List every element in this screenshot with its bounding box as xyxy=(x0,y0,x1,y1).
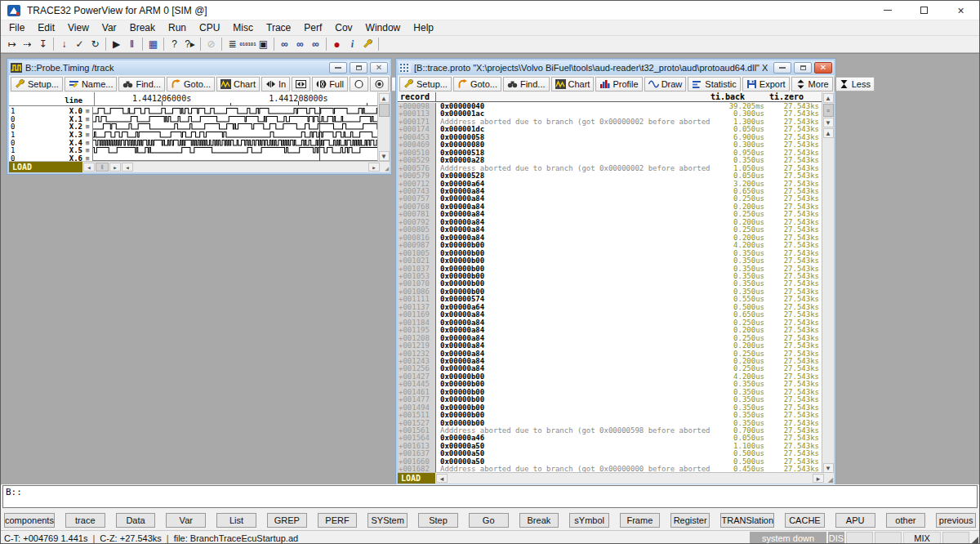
trace-scroll-left-icon[interactable]: ◂ xyxy=(436,474,448,483)
signal-name[interactable]: X.3 xyxy=(19,131,82,139)
signal-config-icon[interactable]: ▦ xyxy=(82,107,93,115)
list-icon[interactable]: ≣ xyxy=(225,37,240,51)
signal-row[interactable]: 0X.6▦ xyxy=(9,154,377,161)
softkey-register-button[interactable]: Register xyxy=(670,513,710,528)
softkey-list-button[interactable]: List xyxy=(216,513,256,528)
maximize-button[interactable] xyxy=(906,1,942,20)
scroll-down-icon[interactable]: ▼ xyxy=(379,151,390,161)
signal-name[interactable]: X.1 xyxy=(19,115,82,123)
trace-chart-button[interactable]: Chart xyxy=(551,77,595,91)
trace-profile-icon[interactable]: ∞ xyxy=(308,37,323,51)
step-return-icon[interactable]: ✓ xyxy=(72,37,87,51)
timing-full-button[interactable]: Full xyxy=(312,77,348,91)
trace-statistic-button[interactable]: Statistic xyxy=(688,77,741,91)
signal-name[interactable]: X.0 xyxy=(19,107,82,115)
menu-break[interactable]: Break xyxy=(123,22,162,33)
softkey-data-button[interactable]: Data xyxy=(116,513,156,528)
scroll-up-icon[interactable]: ▲ xyxy=(379,93,390,103)
scroll-right-icon[interactable]: ▸ xyxy=(109,163,121,172)
softkey-other-button[interactable]: other xyxy=(886,513,926,528)
signal-row[interactable]: 1X.0▦ xyxy=(9,107,377,115)
trace-minimize-button[interactable] xyxy=(773,62,791,74)
timing-circle-empty-button[interactable] xyxy=(350,77,368,91)
trace-scroll-right-icon[interactable]: ▸ xyxy=(813,474,824,483)
timing-vscroll-thumb[interactable] xyxy=(379,104,390,117)
signal-config-icon[interactable]: ▦ xyxy=(82,123,93,131)
signal-config-icon[interactable]: ▦ xyxy=(82,115,93,123)
menu-cov[interactable]: Cov xyxy=(328,22,359,33)
softkey-trace-button[interactable]: trace xyxy=(65,513,105,528)
menu-help[interactable]: Help xyxy=(407,22,440,33)
softkey-var-button[interactable]: Var xyxy=(166,513,206,528)
signal-row[interactable]: 0X.4▦ xyxy=(9,139,377,147)
signal-name[interactable]: X.4 xyxy=(19,139,82,147)
trace-draw-button[interactable]: Draw xyxy=(644,77,687,91)
timing-vscrollbar[interactable]: ▲ ▼ xyxy=(377,92,390,161)
timing-setup-button[interactable]: Setup... xyxy=(11,77,63,91)
trace-vscrollbar[interactable]: ▲ ≡ ▼ ▲ ▼ xyxy=(822,92,834,473)
trace-restore-button[interactable] xyxy=(794,62,812,74)
menu-misc[interactable]: Misc xyxy=(226,22,260,33)
softkey-step-button[interactable]: Step xyxy=(418,513,458,528)
trace-vscroll-thumb[interactable]: ≡ xyxy=(823,104,834,117)
menu-edit[interactable]: Edit xyxy=(31,22,61,33)
timing-hscroll-thumb[interactable]: ⦀ xyxy=(96,163,109,172)
trace-find-button[interactable]: Find... xyxy=(503,77,550,91)
command-input[interactable]: B:: xyxy=(2,485,978,508)
timing-minimize-button[interactable] xyxy=(329,62,347,74)
help-icon[interactable]: ? xyxy=(167,37,182,51)
timing-timescale[interactable]: 1.441206000s1.441208000s xyxy=(96,92,377,105)
trace-chart-icon[interactable]: ∞ xyxy=(292,37,308,51)
trace-setup-button[interactable]: Setup... xyxy=(399,77,452,91)
step-icon[interactable]: ↦ xyxy=(4,37,20,51)
softkey-components-button[interactable]: components xyxy=(4,513,55,528)
scroll-right2-icon[interactable]: ▸ xyxy=(368,163,380,172)
timing-find-button[interactable]: Find... xyxy=(118,77,165,91)
menu-perf[interactable]: Perf xyxy=(297,22,328,33)
timing-goto-button[interactable]: Goto... xyxy=(167,77,215,91)
timing-resize-grip[interactable]: ◢ xyxy=(380,162,390,172)
app-resize-grip[interactable] xyxy=(971,532,979,544)
record-up-icon[interactable]: ▲ xyxy=(823,93,834,103)
timing-in-button[interactable]: In xyxy=(261,77,290,91)
peripherals-icon[interactable]: ▣ xyxy=(256,37,271,51)
softkey-translation-button[interactable]: TRANSlation xyxy=(720,513,774,528)
timing-restore-button[interactable] xyxy=(350,62,368,74)
menu-cpu[interactable]: CPU xyxy=(193,22,226,33)
softkey-symbol-button[interactable]: sYmbol xyxy=(569,513,609,528)
signal-name[interactable]: X.6 xyxy=(19,154,82,161)
scroll-left2-icon[interactable]: ◂ xyxy=(122,163,133,172)
signal-name[interactable]: X.5 xyxy=(19,146,82,154)
mode-icon[interactable]: ▦ xyxy=(145,37,161,51)
softkey-apu-button[interactable]: APU xyxy=(835,513,875,528)
context-help-icon[interactable]: ?▸ xyxy=(182,37,198,51)
softkey-system-button[interactable]: SYStem xyxy=(368,513,408,528)
signal-row[interactable]: 1X.5▦ xyxy=(9,146,377,154)
trace-goto-button[interactable]: Goto... xyxy=(453,77,501,91)
trace-more-button[interactable]: More xyxy=(791,77,833,91)
menu-file[interactable]: File xyxy=(2,22,31,33)
main-titlebar[interactable]: TRACE32 PowerView for ARM 0 [SIM @] × xyxy=(1,1,979,20)
close-button[interactable]: × xyxy=(942,1,979,20)
timing-chart-button[interactable]: Chart xyxy=(216,77,260,91)
timing-zoom-fit-button[interactable] xyxy=(292,77,310,91)
break-icon[interactable]: ‖ xyxy=(124,37,140,51)
trace-resize-grip[interactable]: ◢ xyxy=(824,473,834,484)
menu-trace[interactable]: Trace xyxy=(260,22,297,33)
trace-export-button[interactable]: Export xyxy=(742,77,790,91)
trace-profile-button[interactable]: Profile xyxy=(595,77,642,91)
system-break-icon[interactable]: ● xyxy=(329,37,345,51)
scroll-left-icon[interactable]: ◂ xyxy=(83,163,95,172)
trace-less-button[interactable]: Less xyxy=(835,77,875,91)
signal-row[interactable]: 0X.1▦ xyxy=(9,115,377,123)
softkey-cache-button[interactable]: CACHE xyxy=(785,513,825,528)
ti-zero-column-header[interactable]: ti.zero xyxy=(764,92,822,101)
page-up-icon[interactable]: ▲ xyxy=(823,128,834,138)
timing-name-button[interactable]: Name... xyxy=(65,77,118,91)
menu-view[interactable]: View xyxy=(61,22,96,33)
softkey-break-button[interactable]: Break xyxy=(519,513,559,528)
signal-row[interactable]: 1X.3▦ xyxy=(9,131,377,139)
practice-icon[interactable]: i xyxy=(345,37,360,51)
softkey-perf-button[interactable]: PERF xyxy=(318,513,358,528)
menu-var[interactable]: Var xyxy=(96,22,123,33)
